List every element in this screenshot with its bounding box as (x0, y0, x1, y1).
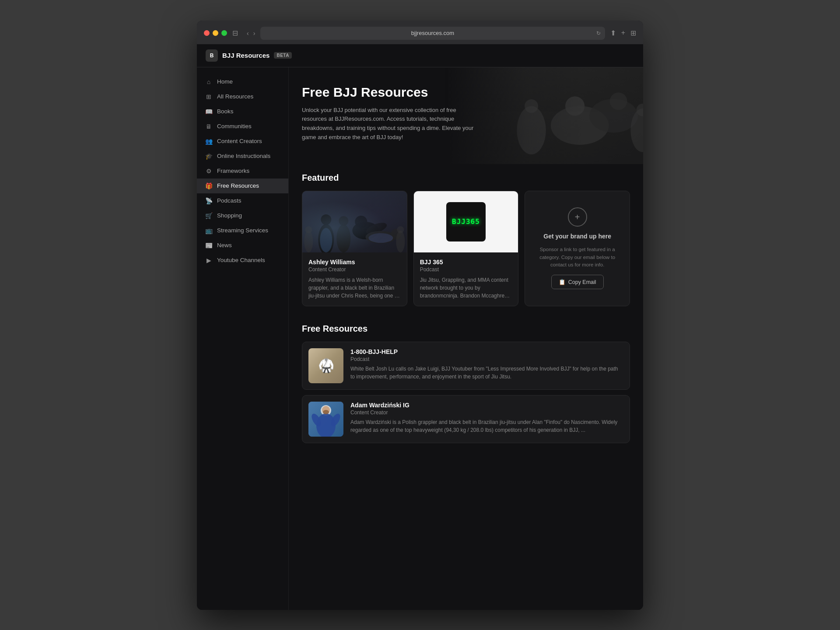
ashley-williams-image (302, 191, 407, 252)
maximize-button[interactable] (221, 30, 227, 36)
svg-point-22 (305, 226, 312, 233)
new-tab-icon[interactable]: + (621, 29, 625, 37)
adam-svg (308, 402, 343, 437)
back-button[interactable]: ‹ (247, 30, 249, 37)
news-icon: 📰 (205, 242, 213, 249)
hero-description: Unlock your BJJ potential with our exten… (302, 106, 483, 142)
ashley-williams-body: Ashley Williams Content Creator Ashley W… (302, 252, 407, 306)
sponsor-card: + Get your brand up here Sponsor a link … (525, 191, 630, 306)
sidebar-item-online-instructionals[interactable]: 🎓 Online Instructionals (197, 149, 288, 164)
sidebar-label-frameworks: Frameworks (217, 168, 249, 174)
sidebar-item-books[interactable]: 📖 Books (197, 104, 288, 119)
sidebar-toggle[interactable]: ⊟ (232, 29, 238, 37)
featured-section: Featured (289, 164, 643, 315)
svg-point-19 (320, 228, 332, 252)
app-title: BJJ Resources (222, 52, 270, 59)
sidebar-item-home[interactable]: ⌂ Home (197, 74, 288, 89)
sidebar-label-communities: Communities (217, 123, 252, 130)
featured-grid: Ashley Williams Content Creator Ashley W… (302, 191, 630, 306)
home-icon: ⌂ (205, 78, 213, 85)
sidebar-label-content-creators: Content Creators (217, 138, 262, 144)
address-bar[interactable]: bjjresources.com ↻ (260, 27, 605, 40)
sidebar-item-news[interactable]: 📰 News (197, 238, 288, 253)
hero-content: Free BJJ Resources Unlock your BJJ poten… (302, 85, 483, 142)
sidebar-label-news: News (217, 242, 232, 248)
online-instructionals-icon: 🎓 (205, 153, 213, 160)
podcasts-icon: 📡 (205, 197, 213, 204)
hero-title: Free BJJ Resources (302, 85, 483, 100)
svg-point-16 (364, 220, 388, 236)
svg-point-17 (365, 231, 396, 243)
minimize-button[interactable] (213, 30, 218, 36)
bjj365-logo-text: BJJ365 (452, 217, 480, 226)
hero-section: Free BJJ Resources Unlock your BJJ poten… (289, 67, 643, 164)
forward-button[interactable]: › (253, 30, 256, 37)
sidebar-item-communities[interactable]: 🖥 Communities (197, 119, 288, 134)
sponsor-description: Sponsor a link to get featured in a cate… (534, 246, 621, 269)
sidebar-item-shopping[interactable]: 🛒 Shopping (197, 208, 288, 223)
sponsor-plus-icon: + (568, 207, 587, 227)
free-resources-title: Free Resources (302, 324, 630, 334)
svg-point-18 (391, 229, 401, 239)
browser-chrome: ⊟ ‹ › bjjresources.com ↻ ⬆ + ⊞ (197, 21, 643, 44)
svg-point-21 (304, 231, 313, 252)
free-resources-icon: 🎁 (205, 182, 213, 189)
share-icon[interactable]: ⬆ (610, 29, 616, 37)
copy-email-button[interactable]: 📋 Copy Email (551, 275, 604, 289)
podcast-image (308, 348, 343, 383)
shopping-icon: 🛒 (205, 212, 213, 219)
sidebar-item-youtube-channels[interactable]: ▶ Youtube Channels (197, 253, 288, 268)
sidebar-label-streaming-services: Streaming Services (217, 227, 268, 234)
copy-icon: 📋 (559, 279, 566, 285)
browser-window: ⊟ ‹ › bjjresources.com ↻ ⬆ + ⊞ B BJJ Res… (197, 21, 643, 610)
resource-adam-type: Content Creator (350, 410, 623, 416)
content-area: Free BJJ Resources Unlock your BJJ poten… (289, 67, 643, 610)
card-bjj365[interactable]: BJJ365 BJJ 365 Podcast Jiu Jitsu, Grappl… (413, 191, 519, 306)
sidebar-label-home: Home (217, 78, 233, 85)
resource-1800-desc: White Belt Josh Lu calls on Jake Luigi, … (350, 365, 623, 381)
svg-point-13 (339, 216, 348, 226)
svg-point-12 (336, 224, 350, 252)
resource-adam-content: Adam Wardziński IG Content Creator Adam … (350, 402, 623, 434)
ashley-image-svg (302, 191, 407, 252)
sidebar-item-free-resources[interactable]: 🎁 Free Resources (197, 178, 288, 193)
refresh-icon[interactable]: ↻ (596, 30, 601, 36)
browser-controls: ‹ › (247, 30, 255, 37)
streaming-services-icon: 📺 (205, 227, 213, 234)
close-button[interactable] (204, 30, 210, 36)
resources-list: 1-800-BJJ-HELP Podcast White Belt Josh L… (302, 342, 630, 443)
bjj365-image: BJJ365 (414, 191, 518, 252)
books-icon: 📖 (205, 108, 213, 115)
bjj365-body: BJJ 365 Podcast Jiu Jitsu, Grappling, an… (414, 252, 518, 306)
svg-point-14 (352, 222, 378, 239)
svg-rect-9 (302, 191, 407, 252)
app-logo: B (206, 49, 218, 62)
resource-card-adam[interactable]: Adam Wardziński IG Content Creator Adam … (302, 395, 630, 443)
bjj365-type: Podcast (420, 266, 512, 273)
sidebar-label-shopping: Shopping (217, 212, 242, 219)
adam-image (308, 402, 343, 437)
sidebar-item-all-resources[interactable]: ⊞ All Resources (197, 89, 288, 104)
bjj365-desc: Jiu Jitsu, Grappling, and MMA content ne… (420, 276, 512, 300)
card-ashley-williams[interactable]: Ashley Williams Content Creator Ashley W… (302, 191, 407, 306)
sidebar-item-streaming-services[interactable]: 📺 Streaming Services (197, 223, 288, 238)
featured-title: Featured (302, 173, 630, 183)
grid-icon[interactable]: ⊞ (630, 29, 636, 37)
content-creators-icon: 👥 (205, 138, 213, 145)
resource-card-1800bjjhelp[interactable]: 1-800-BJJ-HELP Podcast White Belt Josh L… (302, 342, 630, 390)
sidebar-label-online-instructionals: Online Instructionals (217, 153, 270, 159)
sidebar-label-podcasts: Podcasts (217, 197, 242, 204)
svg-point-20 (368, 233, 393, 243)
sidebar-item-podcasts[interactable]: 📡 Podcasts (197, 193, 288, 208)
ashley-williams-desc: Ashley Williams is a Welsh-born grappler… (308, 276, 401, 300)
svg-point-31 (323, 410, 329, 414)
sidebar-item-frameworks[interactable]: ⚙ Frameworks (197, 164, 288, 178)
app-header: B BJJ Resources BETA (197, 44, 643, 67)
plus-symbol: + (575, 212, 580, 222)
bjj365-logo: BJJ365 (446, 202, 486, 242)
sidebar-label-youtube-channels: Youtube Channels (217, 257, 265, 263)
sidebar-item-content-creators[interactable]: 👥 Content Creators (197, 134, 288, 149)
copy-email-label: Copy Email (568, 279, 596, 285)
free-resources-section: Free Resources 1-800-BJJ-HELP Podcast Wh… (289, 315, 643, 452)
browser-actions: ⬆ + ⊞ (610, 29, 636, 37)
